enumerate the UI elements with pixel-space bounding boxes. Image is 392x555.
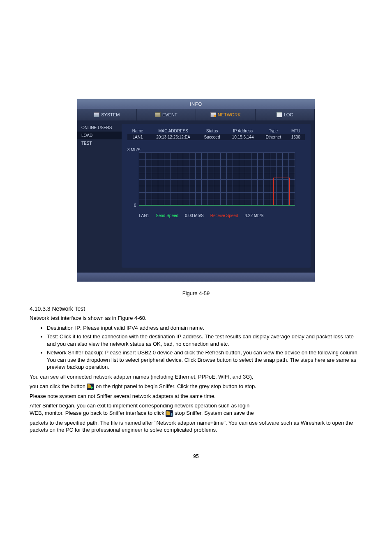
sniffer-stop-icon: [166, 410, 173, 417]
text-fragment: After Sniffer began, you can exit to imp…: [30, 402, 249, 409]
tab-bar: SYSTEM EVENT NETWORK LOG: [77, 109, 315, 120]
sidebar: ONLINE USERS LOAD TEST: [77, 120, 122, 273]
chart-legend: LAN1 Send Speed 0.00 Mb/S Receive Speed …: [127, 213, 305, 218]
col-name: Name: [127, 128, 148, 134]
col-mac: MAC ADDRESS: [148, 128, 198, 134]
sniffer-start-icon: [87, 384, 94, 390]
paragraph: You can see all connected network adapte…: [30, 373, 362, 381]
col-ip: IP Address: [226, 128, 260, 134]
bandwidth-chart: 8 Mb/S 0: [127, 153, 305, 206]
col-type: Type: [260, 128, 287, 134]
legend-lan: LAN1: [139, 213, 149, 218]
network-icon: [210, 112, 216, 117]
system-icon: [94, 112, 99, 117]
network-table: Name MAC ADDRESS Status IP Address Type …: [127, 128, 305, 140]
legend-recv-label: Receive Speed: [210, 213, 238, 218]
event-icon: [155, 112, 161, 117]
cell-mtu: 1500: [287, 134, 305, 140]
cell-type: Ethernet: [260, 134, 287, 140]
send-speed-line: [139, 205, 295, 206]
sidebar-item-test[interactable]: TEST: [77, 139, 122, 147]
list-item: Network Sniffer backup: Please insert US…: [47, 349, 362, 371]
info-window: INFO SYSTEM EVENT NETWORK LOG ONLINE USE…: [77, 99, 315, 282]
tab-label: EVENT: [162, 112, 178, 117]
tab-log[interactable]: LOG: [256, 109, 315, 120]
tab-system[interactable]: SYSTEM: [77, 109, 137, 120]
paragraph: packets to the specified path. The file …: [30, 419, 362, 434]
content-panel: Name MAC ADDRESS Status IP Address Type …: [122, 124, 311, 268]
list-item: Test: Click it to test the connection wi…: [47, 333, 362, 347]
page-number: 95: [30, 453, 362, 459]
tab-label: SYSTEM: [101, 112, 120, 117]
table-row[interactable]: LAN1 20:13:12:26:12:EA Succeed 10.15.6.1…: [127, 134, 305, 140]
sidebar-item-online-users[interactable]: ONLINE USERS: [77, 124, 122, 132]
text-fragment: WEB, monitor. Please go back to Sniffer …: [30, 410, 166, 416]
list-item: Destination IP: Please input valid IPV4 …: [47, 324, 362, 332]
cell-ip: 10.15.6.144: [226, 134, 260, 140]
paragraph: After Sniffer began, you can exit to imp…: [30, 402, 362, 416]
legend-recv-value: 4.22 Mb/S: [245, 213, 264, 218]
legend-send-label: Send Speed: [156, 213, 178, 218]
y-max-label: 8 Mb/S: [127, 148, 141, 152]
paragraph: Network test interface is shown as in Fi…: [30, 314, 362, 322]
y-min-label: 0: [134, 203, 136, 208]
text-fragment: you can click the button: [30, 383, 87, 389]
section-heading: 4.10.3.3 Network Test: [30, 305, 362, 312]
col-mtu: MTU: [287, 128, 305, 134]
tab-label: NETWORK: [218, 112, 241, 117]
window-footer: [77, 273, 315, 282]
col-status: Status: [198, 128, 226, 134]
legend-send-value: 0.00 Mb/S: [185, 213, 204, 218]
paragraph: you can click the button on the right pa…: [30, 383, 362, 390]
receive-speed-line: [273, 178, 290, 206]
log-icon: [277, 112, 282, 117]
window-title: INFO: [77, 99, 315, 109]
cell-mac: 20:13:12:26:12:EA: [148, 134, 198, 140]
chart-grid: [139, 153, 295, 206]
bullet-list: Destination IP: Please input valid IPV4 …: [47, 324, 362, 371]
sidebar-item-load[interactable]: LOAD: [77, 132, 122, 139]
tab-label: LOG: [284, 112, 293, 117]
text-fragment: stop Sniffer. System can save the: [175, 410, 254, 416]
cell-name: LAN1: [127, 134, 148, 140]
paragraph: Please note system can not Sniffer sever…: [30, 393, 362, 400]
tab-event[interactable]: EVENT: [137, 109, 196, 120]
text-fragment: on the right panel to begin Sniffer. Cli…: [96, 383, 256, 389]
figure-caption: Figure 4-59: [30, 290, 362, 296]
tab-network[interactable]: NETWORK: [196, 109, 256, 120]
cell-status: Succeed: [198, 134, 226, 140]
